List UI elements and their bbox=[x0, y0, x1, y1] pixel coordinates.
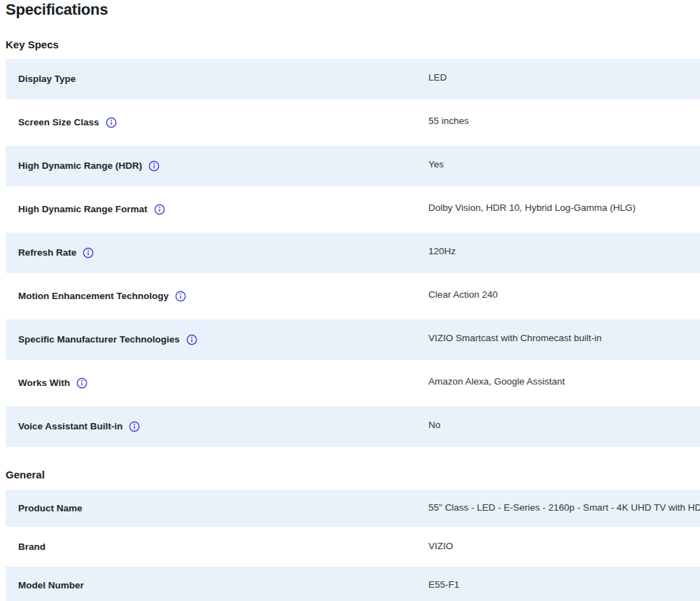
spec-label: Works With bbox=[18, 377, 70, 389]
spec-row: Brand VIZIO bbox=[6, 528, 700, 565]
section-heading: General bbox=[6, 468, 700, 482]
spec-label: High Dynamic Range (HDR) bbox=[18, 160, 142, 172]
spec-label-cell: Voice Assistant Built-in bbox=[6, 406, 428, 447]
specifications-page: Specifications Key Specs Display Type LE… bbox=[0, 0, 700, 601]
info-icon[interactable] bbox=[154, 204, 165, 215]
spec-label-cell: Screen Size Class bbox=[6, 102, 428, 143]
spec-label: Screen Size Class bbox=[18, 116, 99, 129]
spec-value: 55" Class - LED - E-Series - 2160p - Sma… bbox=[428, 490, 700, 527]
spec-value: No bbox=[428, 406, 700, 447]
spec-label-cell: Display Type bbox=[6, 59, 428, 99]
spec-value: Yes bbox=[428, 146, 700, 186]
spec-value: Amazon Alexa, Google Assistant bbox=[428, 363, 700, 403]
spec-row: Voice Assistant Built-in No bbox=[6, 406, 700, 447]
spec-value: Clear Action 240 bbox=[428, 276, 700, 317]
spec-value: E55-F1 bbox=[428, 567, 700, 601]
spec-value: VIZIO bbox=[428, 528, 700, 565]
spec-row: Specific Manufacturer Technologies VIZIO… bbox=[6, 319, 700, 360]
spec-label-cell: Works With bbox=[6, 363, 428, 403]
spec-row: Screen Size Class 55 inches bbox=[6, 102, 700, 143]
spec-row: Motion Enhancement Technology Clear Acti… bbox=[6, 276, 700, 317]
spec-label: Refresh Rate bbox=[18, 247, 76, 259]
spec-label: Product Name bbox=[18, 502, 83, 515]
spec-row: Display Type LED bbox=[6, 59, 700, 99]
spec-value: VIZIO Smartcast with Chromecast built-in bbox=[428, 319, 700, 360]
info-icon[interactable] bbox=[106, 117, 117, 128]
section-rows: Display Type LED Screen Size Class 55 in… bbox=[6, 59, 700, 447]
spec-label-cell: Model Number bbox=[6, 567, 428, 601]
spec-label: Model Number bbox=[18, 579, 84, 592]
spec-row: Works With Amazon Alexa, Google Assistan… bbox=[6, 363, 700, 403]
page-title: Specifications bbox=[6, 0, 700, 18]
section-heading: Key Specs bbox=[6, 38, 700, 52]
spec-row: Product Name 55" Class - LED - E-Series … bbox=[6, 490, 700, 527]
spec-label-cell: High Dynamic Range Format bbox=[6, 189, 428, 230]
spec-value: LED bbox=[428, 59, 700, 99]
info-icon[interactable] bbox=[175, 291, 186, 302]
spec-row: High Dynamic Range Format Dolby Vision, … bbox=[6, 189, 700, 230]
spec-value: Dolby Vision, HDR 10, Hybrid Log-Gamma (… bbox=[428, 189, 700, 230]
info-icon[interactable] bbox=[148, 160, 160, 172]
spec-label-cell: Brand bbox=[6, 528, 428, 565]
section-rows: Product Name 55" Class - LED - E-Series … bbox=[6, 490, 700, 601]
spec-label-cell: Product Name bbox=[6, 490, 428, 527]
spec-label: Display Type bbox=[18, 73, 76, 85]
spec-label: Voice Assistant Built-in bbox=[18, 420, 122, 433]
info-icon[interactable] bbox=[83, 247, 94, 258]
spec-label-cell: Specific Manufacturer Technologies bbox=[6, 319, 428, 360]
spec-value: 120Hz bbox=[428, 233, 700, 273]
info-icon[interactable] bbox=[186, 334, 197, 345]
spec-row: Model Number E55-F1 bbox=[6, 567, 700, 601]
spec-section: General Product Name 55" Class - LED - E… bbox=[6, 468, 700, 601]
info-icon[interactable] bbox=[129, 421, 140, 432]
spec-label: Brand bbox=[18, 541, 46, 553]
spec-row: Refresh Rate 120Hz bbox=[6, 233, 700, 273]
spec-section: Key Specs Display Type LED Screen Size C… bbox=[6, 38, 700, 447]
spec-value: 55 inches bbox=[428, 102, 700, 143]
spec-label: Motion Enhancement Technology bbox=[18, 290, 169, 303]
spec-sections: Key Specs Display Type LED Screen Size C… bbox=[6, 38, 700, 601]
spec-label-cell: Motion Enhancement Technology bbox=[6, 276, 428, 317]
info-icon[interactable] bbox=[76, 378, 88, 389]
spec-label: Specific Manufacturer Technologies bbox=[18, 333, 180, 346]
spec-label-cell: Refresh Rate bbox=[6, 233, 428, 273]
spec-label-cell: High Dynamic Range (HDR) bbox=[6, 146, 428, 186]
spec-label: High Dynamic Range Format bbox=[18, 203, 148, 216]
spec-row: High Dynamic Range (HDR) Yes bbox=[6, 146, 700, 186]
